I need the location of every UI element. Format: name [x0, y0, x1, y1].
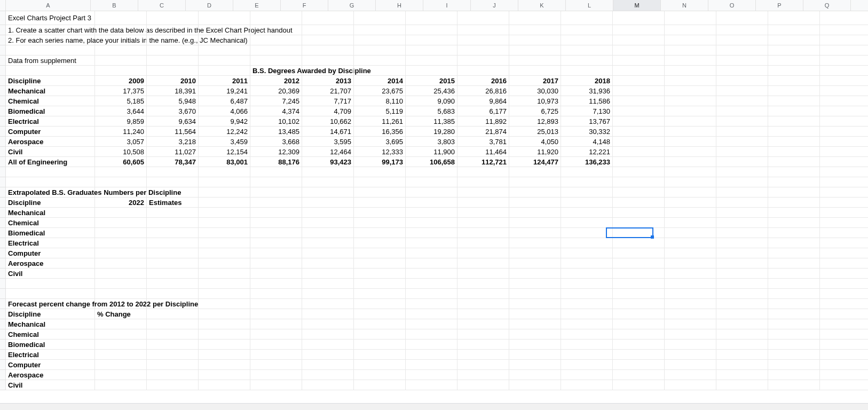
select-all-corner[interactable]	[0, 0, 6, 11]
cell[interactable]	[665, 127, 716, 137]
cell[interactable]	[302, 45, 354, 56]
cell[interactable]	[665, 269, 716, 279]
cell[interactable]	[716, 289, 768, 299]
cell[interactable]	[199, 208, 250, 218]
cell[interactable]	[613, 279, 665, 289]
cell[interactable]	[406, 289, 457, 299]
cell[interactable]	[768, 279, 820, 289]
column-header-M[interactable]: M	[613, 0, 661, 11]
discipline-label[interactable]: Biomedical	[6, 340, 95, 350]
cell[interactable]	[665, 299, 716, 309]
cell[interactable]	[457, 66, 509, 76]
cell[interactable]	[509, 167, 561, 177]
row-header[interactable]	[0, 228, 6, 238]
cell[interactable]	[561, 329, 613, 340]
cell[interactable]	[768, 45, 820, 56]
cell[interactable]	[250, 370, 302, 380]
cell[interactable]	[354, 248, 406, 258]
row-header[interactable]	[0, 370, 6, 380]
cell[interactable]	[613, 187, 665, 198]
cell[interactable]	[820, 177, 868, 187]
data-cell[interactable]: 3,668	[250, 137, 302, 147]
cell[interactable]	[820, 137, 868, 147]
cell[interactable]	[665, 218, 716, 228]
discipline-label[interactable]: Chemical	[6, 329, 95, 340]
cell[interactable]	[147, 66, 199, 76]
cell[interactable]	[302, 269, 354, 279]
row-header[interactable]	[0, 238, 6, 248]
cell[interactable]	[406, 279, 457, 289]
cell[interactable]	[199, 279, 250, 289]
cell[interactable]	[199, 198, 250, 208]
cell[interactable]	[613, 45, 665, 56]
total-cell[interactable]: 99,173	[354, 157, 406, 167]
cell[interactable]	[820, 208, 868, 218]
row-header[interactable]	[0, 329, 6, 340]
cell[interactable]	[457, 198, 509, 208]
discipline-label[interactable]: Computer	[6, 360, 95, 370]
cell[interactable]	[665, 248, 716, 258]
row-header[interactable]	[0, 56, 6, 66]
cell[interactable]	[147, 218, 199, 228]
cell[interactable]	[613, 106, 665, 116]
cell[interactable]	[561, 269, 613, 279]
cell[interactable]	[457, 228, 509, 238]
data-cell[interactable]: 4,148	[561, 137, 613, 147]
cell[interactable]	[820, 56, 868, 66]
cell[interactable]	[95, 25, 147, 35]
cell[interactable]	[716, 319, 768, 329]
data-cell[interactable]: 31,936	[561, 86, 613, 96]
column-header-D[interactable]: D	[186, 0, 233, 11]
data-cell[interactable]: 3,595	[302, 137, 354, 147]
cell[interactable]	[509, 238, 561, 248]
year-header[interactable]: 2013	[302, 76, 354, 86]
cell[interactable]	[302, 208, 354, 218]
year-header[interactable]: 2011	[199, 76, 250, 86]
cell[interactable]	[302, 248, 354, 258]
cell[interactable]	[250, 329, 302, 340]
cell[interactable]	[665, 45, 716, 56]
cell[interactable]	[768, 56, 820, 66]
cell[interactable]	[199, 56, 250, 66]
data-cell[interactable]: 20,369	[250, 86, 302, 96]
cell[interactable]	[613, 86, 665, 96]
cell[interactable]	[716, 66, 768, 76]
cell[interactable]	[613, 35, 665, 45]
cell[interactable]	[354, 187, 406, 198]
cell[interactable]	[147, 360, 199, 370]
cell[interactable]	[509, 248, 561, 258]
estimates-header[interactable]: Estimates	[147, 198, 199, 208]
cell[interactable]	[613, 380, 665, 390]
column-header-Q[interactable]: Q	[803, 0, 851, 11]
cell[interactable]	[716, 340, 768, 350]
cell[interactable]	[147, 269, 199, 279]
cell[interactable]	[250, 350, 302, 360]
cell[interactable]	[665, 350, 716, 360]
cell[interactable]	[406, 350, 457, 360]
cell[interactable]	[613, 269, 665, 279]
cell[interactable]	[820, 66, 868, 76]
cell[interactable]	[716, 218, 768, 228]
data-cell[interactable]: 9,942	[199, 116, 250, 127]
cell[interactable]	[95, 329, 147, 340]
cell[interactable]	[613, 218, 665, 228]
year-header[interactable]: 2015	[406, 76, 457, 86]
data-cell[interactable]: 23,675	[354, 86, 406, 96]
cell[interactable]	[768, 269, 820, 279]
cell[interactable]	[613, 127, 665, 137]
cell[interactable]	[95, 167, 147, 177]
cell[interactable]	[613, 25, 665, 35]
cell[interactable]	[6, 279, 95, 289]
data-cell[interactable]: 10,973	[509, 96, 561, 106]
cell[interactable]	[768, 106, 820, 116]
column-header-H[interactable]: H	[376, 0, 423, 11]
cell[interactable]	[820, 96, 868, 106]
cell[interactable]	[820, 116, 868, 127]
cell[interactable]	[354, 45, 406, 56]
row-header[interactable]	[0, 11, 6, 25]
cell[interactable]	[820, 147, 868, 157]
cell[interactable]	[716, 360, 768, 370]
cell[interactable]	[716, 269, 768, 279]
cell[interactable]	[406, 269, 457, 279]
cell[interactable]	[768, 380, 820, 390]
